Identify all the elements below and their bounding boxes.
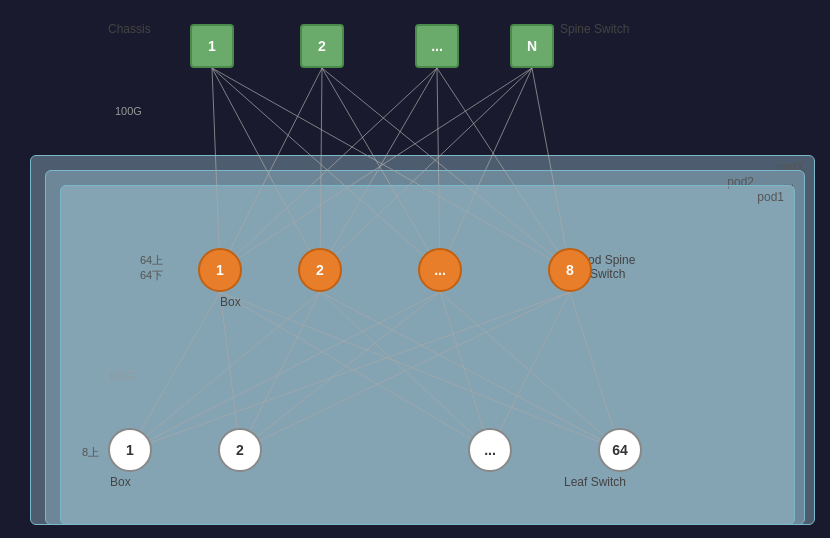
pod-layer-pod1: pod1 bbox=[60, 185, 795, 525]
leaf-node-2: 2 bbox=[218, 428, 262, 472]
spine-node-ellipsis: ... bbox=[415, 24, 459, 68]
leaf-node-ellipsis: ... bbox=[468, 428, 512, 472]
pod-spine-node-ellipsis: ... bbox=[418, 248, 462, 292]
uplinks-pod-spine-label: 64上64下 bbox=[140, 253, 163, 284]
bandwidth-label-bottom: 100G bbox=[108, 370, 135, 382]
pod-label-pod1: pod1 bbox=[757, 190, 784, 204]
spine-node-1: 1 bbox=[190, 24, 234, 68]
uplinks-leaf-label: 8上 bbox=[82, 445, 99, 460]
pod-spine-node-1: 1 bbox=[198, 248, 242, 292]
spine-node-n: N bbox=[510, 24, 554, 68]
spine-node-2: 2 bbox=[300, 24, 344, 68]
leaf-switch-label: Leaf Switch bbox=[564, 475, 626, 489]
leaf-node-1: 1 bbox=[108, 428, 152, 472]
box-label-bottom: Box bbox=[110, 475, 131, 489]
leaf-node-64: 64 bbox=[598, 428, 642, 472]
pod-spine-node-2: 2 bbox=[298, 248, 342, 292]
diagram-container: podX ... pod2 pod1 bbox=[0, 0, 830, 538]
box-label-top: Box bbox=[220, 295, 241, 309]
pod-spine-node-8: 8 bbox=[548, 248, 592, 292]
chassis-label: Chassis bbox=[108, 22, 151, 36]
spine-switch-label: Spine Switch bbox=[560, 22, 629, 36]
bandwidth-label-top: 100G bbox=[115, 105, 142, 117]
